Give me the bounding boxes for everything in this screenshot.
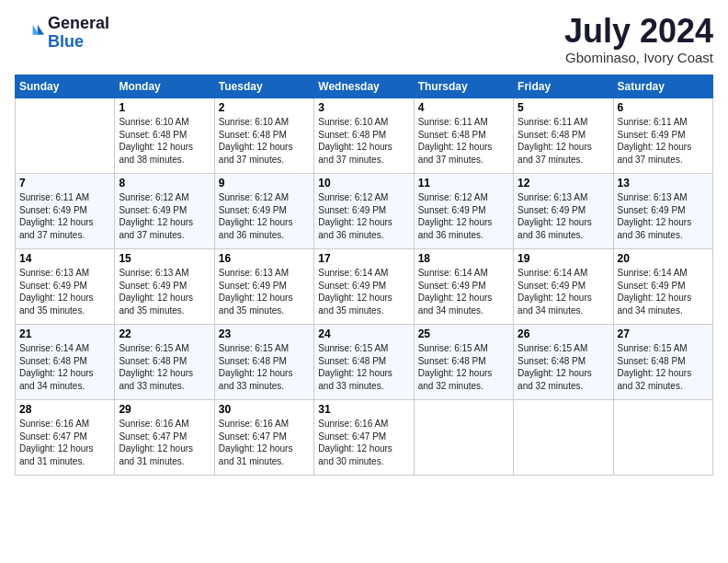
calendar-cell: 22Sunrise: 6:15 AMSunset: 6:48 PMDayligh…	[115, 325, 214, 400]
day-number: 3	[318, 101, 409, 114]
day-number: 7	[19, 177, 110, 190]
day-info: Sunrise: 6:16 AMSunset: 6:47 PMDaylight:…	[19, 418, 110, 467]
logo: General Blue	[15, 15, 109, 52]
calendar-cell: 1Sunrise: 6:10 AMSunset: 6:48 PMDaylight…	[115, 98, 214, 174]
logo-general: General	[48, 14, 109, 32]
svg-marker-0	[38, 25, 44, 35]
calendar-day-header: Friday	[514, 75, 613, 98]
day-number: 13	[618, 177, 709, 190]
day-number: 2	[219, 101, 310, 114]
day-number: 9	[219, 177, 310, 190]
calendar-cell: 20Sunrise: 6:14 AMSunset: 6:49 PMDayligh…	[613, 249, 712, 325]
calendar-day-header: Wednesday	[314, 75, 414, 98]
day-number: 16	[219, 252, 310, 265]
calendar-cell: 26Sunrise: 6:15 AMSunset: 6:48 PMDayligh…	[514, 325, 613, 400]
day-number: 24	[318, 327, 409, 340]
day-info: Sunrise: 6:10 AMSunset: 6:48 PMDaylight:…	[219, 116, 310, 166]
day-info: Sunrise: 6:11 AMSunset: 6:49 PMDaylight:…	[19, 191, 110, 241]
day-number: 27	[618, 327, 709, 340]
day-number: 10	[318, 177, 409, 190]
calendar-cell: 27Sunrise: 6:15 AMSunset: 6:48 PMDayligh…	[613, 325, 712, 400]
calendar-header-row: SundayMondayTuesdayWednesdayThursdayFrid…	[16, 75, 713, 98]
day-info: Sunrise: 6:14 AMSunset: 6:49 PMDaylight:…	[618, 267, 709, 316]
logo-text: General Blue	[48, 15, 109, 52]
day-number: 31	[318, 403, 409, 416]
calendar-cell: 17Sunrise: 6:14 AMSunset: 6:49 PMDayligh…	[314, 249, 414, 325]
calendar-cell: 13Sunrise: 6:13 AMSunset: 6:49 PMDayligh…	[613, 174, 712, 249]
calendar-cell: 14Sunrise: 6:13 AMSunset: 6:49 PMDayligh…	[16, 249, 115, 325]
day-info: Sunrise: 6:12 AMSunset: 6:49 PMDaylight:…	[418, 191, 509, 241]
title-block: July 2024 Gbominaso, Ivory Coast	[564, 15, 713, 65]
day-number: 19	[518, 252, 609, 265]
day-info: Sunrise: 6:13 AMSunset: 6:49 PMDaylight:…	[19, 267, 110, 316]
calendar-week-row: 28Sunrise: 6:16 AMSunset: 6:47 PMDayligh…	[16, 400, 713, 476]
calendar-cell: 25Sunrise: 6:15 AMSunset: 6:48 PMDayligh…	[414, 325, 513, 400]
logo-blue: Blue	[48, 32, 84, 51]
day-number: 14	[19, 252, 110, 265]
day-number: 15	[119, 252, 210, 265]
day-info: Sunrise: 6:11 AMSunset: 6:49 PMDaylight:…	[618, 116, 709, 166]
calendar-cell: 11Sunrise: 6:12 AMSunset: 6:49 PMDayligh…	[414, 174, 513, 249]
calendar-day-header: Tuesday	[214, 75, 313, 98]
day-info: Sunrise: 6:15 AMSunset: 6:48 PMDaylight:…	[219, 342, 310, 392]
day-number: 12	[518, 177, 609, 190]
logo-icon	[15, 18, 44, 48]
calendar-cell: 28Sunrise: 6:16 AMSunset: 6:47 PMDayligh…	[16, 400, 115, 476]
calendar-cell	[414, 400, 513, 476]
calendar-cell: 16Sunrise: 6:13 AMSunset: 6:49 PMDayligh…	[214, 249, 313, 325]
day-number: 26	[518, 327, 609, 340]
day-number: 20	[618, 252, 709, 265]
calendar-cell: 8Sunrise: 6:12 AMSunset: 6:49 PMDaylight…	[115, 174, 214, 249]
calendar-cell: 3Sunrise: 6:10 AMSunset: 6:48 PMDaylight…	[314, 98, 414, 174]
calendar-cell	[16, 98, 115, 174]
calendar-cell: 18Sunrise: 6:14 AMSunset: 6:49 PMDayligh…	[414, 249, 513, 325]
calendar-cell: 7Sunrise: 6:11 AMSunset: 6:49 PMDaylight…	[16, 174, 115, 249]
calendar-day-header: Saturday	[613, 75, 712, 98]
day-info: Sunrise: 6:13 AMSunset: 6:49 PMDaylight:…	[119, 267, 210, 316]
day-info: Sunrise: 6:10 AMSunset: 6:48 PMDaylight:…	[318, 116, 409, 166]
header: General Blue July 2024 Gbominaso, Ivory …	[15, 15, 713, 65]
calendar-cell: 15Sunrise: 6:13 AMSunset: 6:49 PMDayligh…	[115, 249, 214, 325]
calendar-week-row: 14Sunrise: 6:13 AMSunset: 6:49 PMDayligh…	[16, 249, 713, 325]
day-info: Sunrise: 6:13 AMSunset: 6:49 PMDaylight:…	[618, 191, 709, 241]
day-number: 25	[418, 327, 509, 340]
day-info: Sunrise: 6:12 AMSunset: 6:49 PMDaylight:…	[219, 191, 310, 241]
day-info: Sunrise: 6:12 AMSunset: 6:49 PMDaylight:…	[318, 191, 409, 241]
day-number: 23	[219, 327, 310, 340]
calendar-week-row: 7Sunrise: 6:11 AMSunset: 6:49 PMDaylight…	[16, 174, 713, 249]
day-info: Sunrise: 6:14 AMSunset: 6:49 PMDaylight:…	[518, 267, 609, 316]
calendar-cell: 31Sunrise: 6:16 AMSunset: 6:47 PMDayligh…	[314, 400, 414, 476]
day-info: Sunrise: 6:16 AMSunset: 6:47 PMDaylight:…	[318, 418, 409, 467]
day-info: Sunrise: 6:15 AMSunset: 6:48 PMDaylight:…	[618, 342, 709, 392]
calendar-week-row: 1Sunrise: 6:10 AMSunset: 6:48 PMDaylight…	[16, 98, 713, 174]
day-info: Sunrise: 6:15 AMSunset: 6:48 PMDaylight:…	[518, 342, 609, 392]
day-info: Sunrise: 6:16 AMSunset: 6:47 PMDaylight:…	[219, 418, 310, 467]
day-info: Sunrise: 6:12 AMSunset: 6:49 PMDaylight:…	[119, 191, 210, 241]
day-number: 29	[119, 403, 210, 416]
calendar-cell: 5Sunrise: 6:11 AMSunset: 6:48 PMDaylight…	[514, 98, 613, 174]
day-info: Sunrise: 6:11 AMSunset: 6:48 PMDaylight:…	[418, 116, 509, 166]
calendar-cell	[514, 400, 613, 476]
day-info: Sunrise: 6:16 AMSunset: 6:47 PMDaylight:…	[119, 418, 210, 467]
calendar-cell: 12Sunrise: 6:13 AMSunset: 6:49 PMDayligh…	[514, 174, 613, 249]
day-info: Sunrise: 6:14 AMSunset: 6:48 PMDaylight:…	[19, 342, 110, 392]
calendar-day-header: Sunday	[16, 75, 115, 98]
calendar-cell: 10Sunrise: 6:12 AMSunset: 6:49 PMDayligh…	[314, 174, 414, 249]
location: Gbominaso, Ivory Coast	[564, 50, 713, 65]
calendar-week-row: 21Sunrise: 6:14 AMSunset: 6:48 PMDayligh…	[16, 325, 713, 400]
calendar-cell: 9Sunrise: 6:12 AMSunset: 6:49 PMDaylight…	[214, 174, 313, 249]
day-info: Sunrise: 6:14 AMSunset: 6:49 PMDaylight:…	[418, 267, 509, 316]
day-info: Sunrise: 6:13 AMSunset: 6:49 PMDaylight:…	[518, 191, 609, 241]
day-number: 8	[119, 177, 210, 190]
day-info: Sunrise: 6:15 AMSunset: 6:48 PMDaylight:…	[119, 342, 210, 392]
calendar: SundayMondayTuesdayWednesdayThursdayFrid…	[15, 75, 713, 476]
calendar-cell: 2Sunrise: 6:10 AMSunset: 6:48 PMDaylight…	[214, 98, 313, 174]
calendar-day-header: Monday	[115, 75, 214, 98]
day-number: 1	[119, 101, 210, 114]
day-number: 22	[119, 327, 210, 340]
month-title: July 2024	[564, 15, 713, 48]
calendar-cell: 23Sunrise: 6:15 AMSunset: 6:48 PMDayligh…	[214, 325, 313, 400]
day-number: 5	[518, 101, 609, 114]
day-number: 21	[19, 327, 110, 340]
day-info: Sunrise: 6:10 AMSunset: 6:48 PMDaylight:…	[119, 116, 210, 166]
